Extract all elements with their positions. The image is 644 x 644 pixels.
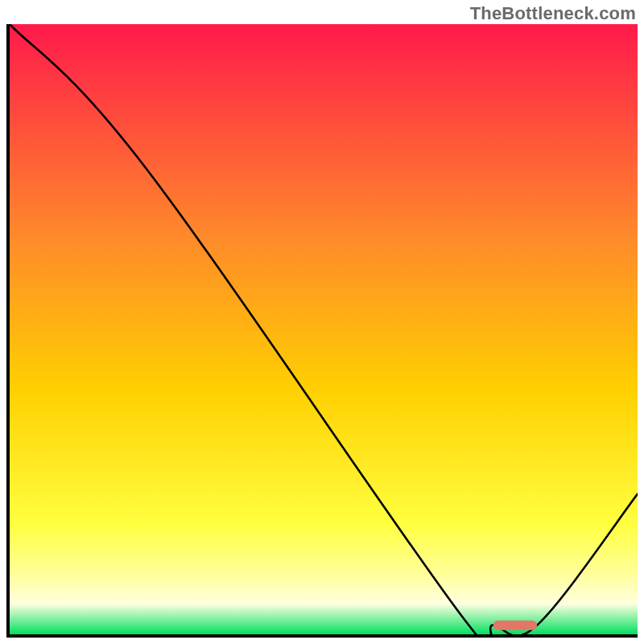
axes-frame xyxy=(6,24,638,638)
watermark-text: TheBottleneck.com xyxy=(470,3,636,24)
chart-container: TheBottleneck.com xyxy=(0,0,644,644)
